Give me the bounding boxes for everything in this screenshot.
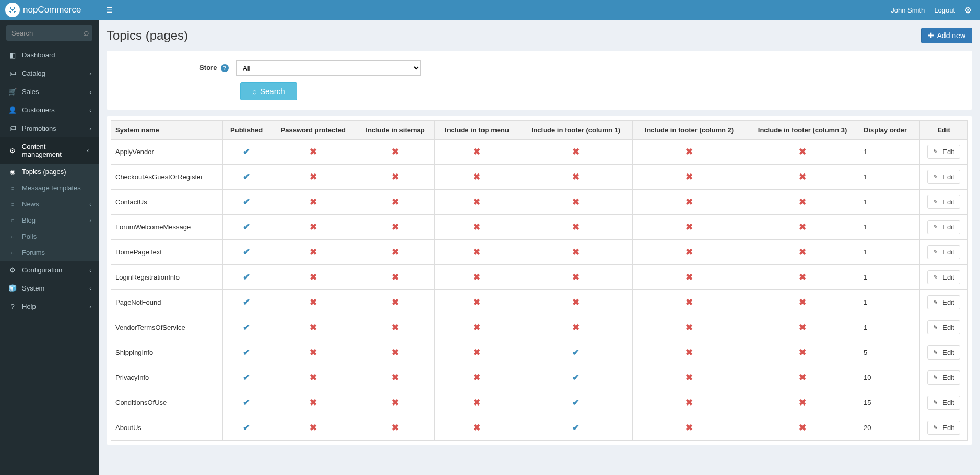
sidebar-item-dashboard[interactable]: ◧Dashboard — [0, 46, 99, 64]
cell-sitemap: ✖ — [356, 390, 435, 415]
check-icon: ✔ — [243, 322, 250, 333]
nav-icon: 🛒 — [7, 88, 18, 96]
logo-icon — [5, 3, 20, 17]
edit-button[interactable]: ✎Edit — [927, 396, 960, 410]
bullet-icon: ○ — [7, 249, 18, 257]
sidebar-item-help[interactable]: ?Help‹ — [0, 297, 99, 316]
cross-icon: ✖ — [572, 196, 580, 207]
bullet-icon: ○ — [7, 217, 18, 224]
cell-topmenu: ✖ — [435, 240, 519, 265]
sidebar-item-promotions[interactable]: 🏷Promotions‹ — [0, 119, 99, 137]
sidebar-subitem-topics-pages-[interactable]: ◉Topics (pages) — [0, 164, 99, 180]
column-header[interactable]: Include in footer (column 2) — [632, 121, 746, 140]
sidebar-subitem-polls[interactable]: ○Polls — [0, 228, 99, 245]
cell-footer1: ✖ — [519, 190, 632, 215]
sidebar-subitem-forums[interactable]: ○Forums — [0, 245, 99, 261]
logo[interactable]: nopCommerce — [0, 0, 99, 20]
cell-display-order: 15 — [859, 390, 920, 415]
cell-password: ✖ — [270, 215, 356, 240]
sidebar-item-sales[interactable]: 🛒Sales‹ — [0, 83, 99, 101]
sidebar-item-configuration[interactable]: ⚙Configuration‹ — [0, 261, 99, 279]
edit-button[interactable]: ✎Edit — [927, 195, 960, 209]
cross-icon: ✖ — [392, 297, 399, 308]
column-header[interactable]: Password protected — [270, 121, 356, 140]
edit-button[interactable]: ✎Edit — [927, 170, 960, 184]
column-header[interactable]: Include in sitemap — [356, 121, 435, 140]
sidebar-item-customers[interactable]: 👤Customers‹ — [0, 101, 99, 119]
cell-topmenu: ✖ — [435, 265, 519, 290]
cell-topmenu: ✖ — [435, 290, 519, 315]
edit-button[interactable]: ✎Edit — [927, 345, 960, 360]
pencil-icon: ✎ — [933, 424, 938, 431]
cell-topmenu: ✖ — [435, 315, 519, 340]
logout-link[interactable]: Logout — [934, 6, 955, 14]
store-select[interactable]: All — [236, 60, 421, 76]
cross-icon: ✖ — [310, 422, 317, 433]
help-icon[interactable]: ? — [221, 64, 229, 72]
cell-footer1: ✖ — [519, 265, 632, 290]
cross-icon: ✖ — [799, 146, 806, 157]
sidebar-search-input[interactable] — [6, 25, 92, 41]
sidebar-item-system[interactable]: 🧊System‹ — [0, 279, 99, 297]
check-icon: ✔ — [243, 372, 250, 383]
table-row: PrivacyInfo✔✖✖✖✔✖✖10✎Edit — [111, 365, 968, 390]
cell-edit: ✎Edit — [919, 240, 967, 265]
sidebar-item-catalog[interactable]: 🏷Catalog‹ — [0, 64, 99, 83]
cell-edit: ✎Edit — [919, 290, 967, 315]
cross-icon: ✖ — [572, 171, 580, 182]
submenu: ◉Topics (pages)○Message templates○News‹○… — [0, 164, 99, 261]
edit-button[interactable]: ✎Edit — [927, 421, 960, 435]
cell-footer3: ✖ — [746, 215, 859, 240]
cell-published: ✔ — [222, 140, 270, 165]
table-row: AboutUs✔✖✖✖✔✖✖20✎Edit — [111, 415, 968, 441]
cell-system-name: LoginRegistrationInfo — [111, 265, 223, 290]
cell-footer2: ✖ — [632, 315, 746, 340]
edit-button[interactable]: ✎Edit — [927, 145, 960, 159]
column-header[interactable]: Include in footer (column 3) — [746, 121, 859, 140]
cell-edit: ✎Edit — [919, 315, 967, 340]
sidebar-subitem-message-templates[interactable]: ○Message templates — [0, 180, 99, 196]
edit-button[interactable]: ✎Edit — [927, 370, 960, 385]
settings-button[interactable]: ⚙ — [964, 5, 972, 15]
bullet-icon: ◉ — [7, 168, 18, 176]
column-header[interactable]: Display order — [859, 121, 920, 140]
filter-label-store: Store ? — [116, 64, 229, 72]
nav-icon: ⚙ — [7, 147, 18, 155]
edit-button[interactable]: ✎Edit — [927, 295, 960, 309]
edit-button[interactable]: ✎Edit — [927, 245, 960, 259]
table-row: HomePageText✔✖✖✖✖✖✖1✎Edit — [111, 240, 968, 265]
subitem-label: Forums — [22, 249, 45, 257]
cell-sitemap: ✖ — [356, 315, 435, 340]
search-icon[interactable]: ⌕ — [84, 27, 89, 38]
cell-published: ✔ — [222, 265, 270, 290]
page-title: Topics (pages) — [107, 28, 188, 43]
pencil-icon: ✎ — [933, 399, 938, 406]
cell-password: ✖ — [270, 190, 356, 215]
cross-icon: ✖ — [310, 397, 317, 408]
sidebar-toggle-button[interactable]: ☰ — [99, 0, 120, 20]
column-header[interactable]: System name — [111, 121, 223, 140]
cross-icon: ✖ — [686, 146, 693, 157]
edit-button[interactable]: ✎Edit — [927, 220, 960, 234]
sidebar-subitem-news[interactable]: ○News‹ — [0, 196, 99, 212]
check-icon: ✔ — [243, 247, 250, 258]
search-button[interactable]: ⌕ Search — [240, 82, 297, 100]
column-header[interactable]: Include in footer (column 1) — [519, 121, 632, 140]
table-header-row: System namePublishedPassword protectedIn… — [111, 121, 968, 140]
cross-icon: ✖ — [686, 297, 693, 308]
column-header[interactable]: Include in top menu — [435, 121, 519, 140]
edit-button[interactable]: ✎Edit — [927, 320, 960, 334]
cell-display-order: 1 — [859, 290, 920, 315]
column-header[interactable]: Edit — [919, 121, 967, 140]
cross-icon: ✖ — [310, 297, 317, 308]
pencil-icon: ✎ — [933, 249, 938, 256]
username-link[interactable]: John Smith — [891, 6, 925, 14]
sidebar-item-content-management[interactable]: ⚙Content management⌄ — [0, 137, 99, 164]
cell-footer1: ✔ — [519, 340, 632, 365]
edit-button[interactable]: ✎Edit — [927, 270, 960, 284]
nav-label: Sales — [22, 88, 39, 96]
sidebar-subitem-blog[interactable]: ○Blog‹ — [0, 212, 99, 228]
add-new-button[interactable]: ✚ Add new — [921, 28, 972, 43]
column-header[interactable]: Published — [222, 121, 270, 140]
nav-label: Dashboard — [22, 51, 55, 59]
